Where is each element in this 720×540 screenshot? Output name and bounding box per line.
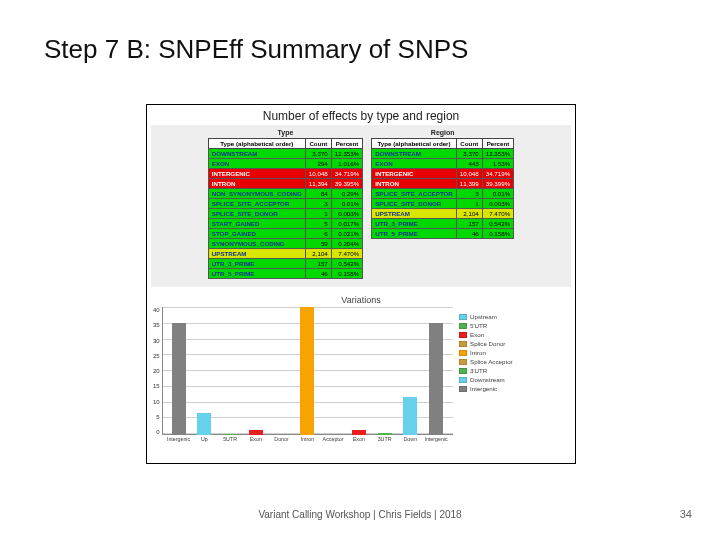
- table-row: EXON2941.016%: [208, 159, 362, 169]
- chart-legend: Upstream5'UTRExonSplice DonorIntronSplic…: [453, 307, 569, 447]
- slide-title: Step 7 B: SNPEff Summary of SNPS: [44, 34, 468, 65]
- slide-footer: Variant Calling Workshop | Chris Fields …: [0, 509, 720, 520]
- table-row: UTR_5_PRIME460.158%: [372, 229, 514, 239]
- region-column-caption: Region: [371, 129, 514, 138]
- chart-panel: Variations 4035302520151050 IntergenicUp…: [151, 295, 571, 447]
- legend-item: Exon: [459, 331, 569, 338]
- legend-item: Intron: [459, 349, 569, 356]
- table-row: DOWNSTREAM3,37012.353%: [372, 149, 514, 159]
- legend-swatch: [459, 314, 467, 320]
- legend-label: Upstream: [470, 313, 497, 320]
- x-axis-labels: IntergenicUp5UTRExonDonorIntronAcceptorE…: [166, 436, 449, 447]
- chart-bar: [378, 433, 392, 435]
- chart-bar: [429, 323, 443, 435]
- legend-item: 5'UTR: [459, 322, 569, 329]
- column-header: Type (alphabetical order): [208, 139, 305, 149]
- region-table: Type (alphabetical order)CountPercentDOW…: [371, 138, 514, 239]
- legend-item: 3'UTR: [459, 367, 569, 374]
- table-row: UTR_5_PRIME460.158%: [208, 269, 362, 279]
- table-row: INTRON11,39939.399%: [372, 179, 514, 189]
- legend-label: 3'UTR: [470, 367, 487, 374]
- type-column-caption: Type: [208, 129, 363, 138]
- legend-swatch: [459, 368, 467, 374]
- table-row: DOWNSTREAM3,37012.353%: [208, 149, 362, 159]
- panel-title: Number of effects by type and region: [147, 105, 575, 125]
- legend-swatch: [459, 359, 467, 365]
- legend-item: Intergenic: [459, 385, 569, 392]
- type-table-wrapper: Type Type (alphabetical order)CountPerce…: [208, 129, 363, 279]
- chart-bar: [352, 430, 366, 435]
- bars: [166, 307, 449, 435]
- legend-swatch: [459, 341, 467, 347]
- chart-body: 4035302520151050 IntergenicUp5UTRExonDon…: [151, 307, 571, 447]
- table-row: UTR_3_PRIME1570.542%: [208, 259, 362, 269]
- legend-swatch: [459, 386, 467, 392]
- tables-panel: Type Type (alphabetical order)CountPerce…: [151, 125, 571, 287]
- table-row: INTERGENIC10,04834.719%: [372, 169, 514, 179]
- chart-bar: [172, 323, 186, 435]
- table-row: STOP_GAINED60.021%: [208, 229, 362, 239]
- legend-item: Upstream: [459, 313, 569, 320]
- page-number: 34: [680, 508, 692, 520]
- chart-bar: [223, 434, 237, 435]
- legend-label: Intergenic: [470, 385, 497, 392]
- table-row: SPLICE_SITE_DONOR10.003%: [372, 199, 514, 209]
- legend-swatch: [459, 323, 467, 329]
- legend-item: Splice Acceptor: [459, 358, 569, 365]
- legend-label: Splice Donor: [470, 340, 505, 347]
- table-row: START_GAINED50.017%: [208, 219, 362, 229]
- chart-bar: [249, 430, 263, 435]
- legend-label: Downstream: [470, 376, 505, 383]
- column-header: Percent: [331, 139, 362, 149]
- table-row: INTRON11,39439.395%: [208, 179, 362, 189]
- column-header: Count: [456, 139, 482, 149]
- legend-label: Intron: [470, 349, 486, 356]
- snpeff-panel: Number of effects by type and region Typ…: [146, 104, 576, 464]
- legend-label: Splice Acceptor: [470, 358, 513, 365]
- table-row: SPLICE_SITE_DONOR10.003%: [208, 209, 362, 219]
- legend-item: Splice Donor: [459, 340, 569, 347]
- chart-title: Variations: [151, 295, 571, 307]
- legend-item: Downstream: [459, 376, 569, 383]
- legend-label: Exon: [470, 331, 484, 338]
- legend-swatch: [459, 332, 467, 338]
- y-axis: 4035302520151050: [153, 307, 162, 447]
- table-row: UPSTREAM2,1047.470%: [372, 209, 514, 219]
- legend-label: 5'UTR: [470, 322, 487, 329]
- region-table-wrapper: Region Type (alphabetical order)CountPer…: [371, 129, 514, 279]
- table-row: SPLICE_SITE_ACCEPTOR30.01%: [208, 199, 362, 209]
- chart-bar: [197, 413, 211, 435]
- type-table: Type (alphabetical order)CountPercentDOW…: [208, 138, 363, 279]
- table-row: SYNONYMOUS_CODING590.204%: [208, 239, 362, 249]
- column-header: Percent: [482, 139, 513, 149]
- table-row: UPSTREAM2,1047.470%: [208, 249, 362, 259]
- table-row: NON_SYNONYMOUS_CODING840.29%: [208, 189, 362, 199]
- legend-swatch: [459, 350, 467, 356]
- plot-area: IntergenicUp5UTRExonDonorIntronAcceptorE…: [162, 307, 453, 447]
- column-header: Type (alphabetical order): [372, 139, 457, 149]
- column-header: Count: [305, 139, 331, 149]
- table-row: UTR_3_PRIME1570.542%: [372, 219, 514, 229]
- chart-bar: [403, 397, 417, 435]
- chart-bar: [300, 307, 314, 435]
- table-row: INTERGENIC10,04834.719%: [208, 169, 362, 179]
- chart-plot: 4035302520151050 IntergenicUp5UTRExonDon…: [153, 307, 453, 447]
- table-row: EXON4431.53%: [372, 159, 514, 169]
- table-row: SPLICE_SITE_ACCEPTOR30.01%: [372, 189, 514, 199]
- legend-swatch: [459, 377, 467, 383]
